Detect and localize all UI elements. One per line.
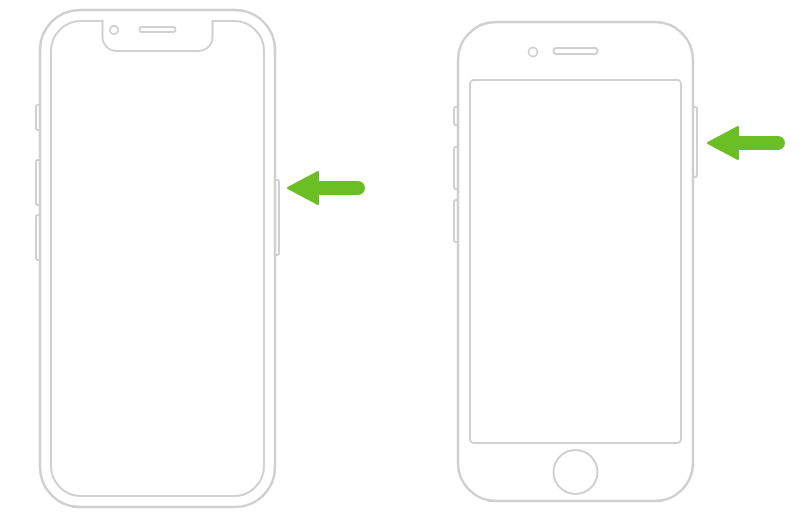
iphone-faceid-speaker (140, 27, 176, 32)
arrow-head-icon (708, 127, 738, 159)
iphone-home-camera (529, 48, 538, 57)
iphone-home-screen (470, 80, 681, 443)
iphone-home-speaker (554, 48, 598, 54)
arrow-iphone-faceid-side-button (288, 172, 358, 204)
iphone-home-home-button (554, 450, 598, 494)
iphone-faceid-screen (51, 21, 264, 496)
arrow-head-icon (288, 172, 318, 204)
iphone-home (454, 22, 697, 501)
iphone-faceid-camera (110, 26, 118, 34)
iphone-faceid (36, 10, 279, 507)
diagram-canvas (0, 0, 806, 530)
arrow-iphone-home-side-button (708, 127, 778, 159)
